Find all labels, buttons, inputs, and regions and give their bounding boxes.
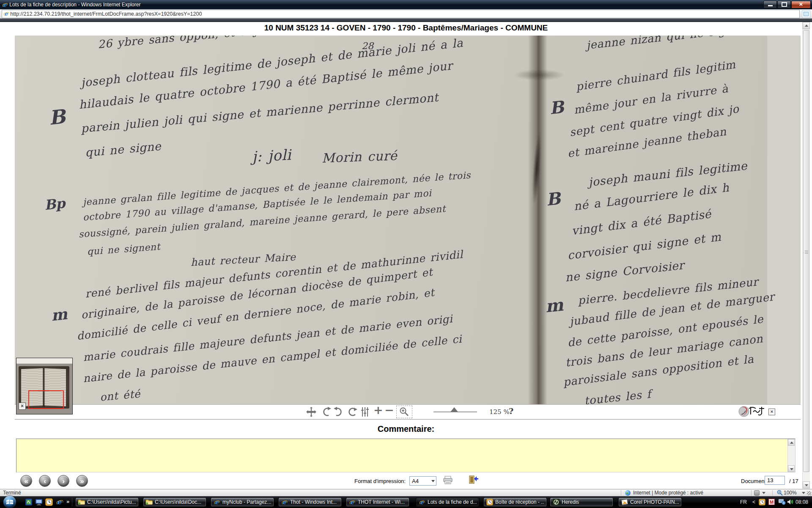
zoom-slider-thumb[interactable] [450, 407, 458, 412]
manuscript-viewer[interactable]: 28 26 ybre sans oppon, et aujourdjoseph … [15, 36, 801, 404]
pan-icon[interactable] [306, 406, 317, 419]
resize-grip[interactable] [807, 491, 811, 495]
minimize-button[interactable] [763, 1, 777, 8]
taskbar-button[interactable]: Boîte de réception - ... [483, 497, 547, 507]
window-title: Lots de la fiche de description - Window… [9, 2, 140, 8]
taskbar-button[interactable]: C:\Users\nilda\Pictu... [75, 497, 139, 507]
taskbar-button[interactable]: emyNclub - Partagez... [211, 497, 274, 507]
scrollbar-thumb[interactable] [803, 30, 809, 472]
quick-launch-desktop-icon[interactable] [35, 498, 43, 506]
taskbar-button-label: myNclub - Partagez... [222, 499, 271, 505]
page-title: 10 NUM 35123 14 - GOVEN - 1790 - 1790 - … [0, 23, 812, 33]
zoom-select-tool-icon[interactable] [396, 406, 412, 418]
rotate-right-icon[interactable] [333, 406, 343, 419]
manuscript-line: qui ne signe [85, 139, 162, 159]
print-format-value: A4 [412, 478, 419, 484]
adjustments-icon[interactable] [361, 407, 369, 419]
comment-label: Commentaire: [0, 424, 812, 434]
page-edge [767, 36, 801, 404]
next-page-button[interactable]: › [58, 475, 69, 487]
quick-launch-calendar-icon[interactable] [45, 498, 53, 506]
taskbar-button[interactable]: Heredis [550, 497, 613, 507]
page-favicon-icon: e [4, 11, 8, 17]
folder-icon [145, 499, 153, 505]
taskbar: e » FR < M 08:08 C:\Users\nilda\Pictu...… [0, 496, 812, 508]
comment-textarea[interactable] [16, 439, 796, 472]
scroll-down-icon[interactable] [788, 465, 795, 472]
quick-launch-ie-icon[interactable]: e [55, 498, 63, 506]
last-page-button[interactable]: » [76, 475, 88, 487]
taskbar-button[interactable]: eTHOT Internet - Wi... [346, 497, 409, 507]
toolbar-close-icon[interactable]: × [768, 409, 775, 415]
manuscript-margin-mark: m [544, 295, 564, 316]
taskbar-button[interactable]: C:\Users\nilda\Doc... [143, 497, 206, 507]
print-format-label: Format d'impression: [354, 478, 406, 484]
taskbar-button-label: Heredis [562, 499, 579, 505]
document-total: / 17 [789, 478, 798, 484]
book-fold [528, 36, 547, 404]
document-number-input[interactable]: 13 [765, 476, 785, 485]
previous-page-button[interactable]: ‹ [39, 475, 51, 487]
thumbnail-close-icon[interactable]: × [19, 403, 26, 410]
tray-volume-icon[interactable] [787, 499, 794, 507]
document-label: Document [741, 478, 766, 484]
rotate-left-icon[interactable] [322, 406, 332, 419]
taskbar-button-label: Boîte de réception - ... [495, 499, 544, 505]
tray-expand-chevron[interactable]: < [752, 499, 755, 505]
taskbar-separator [72, 498, 72, 506]
quick-launch-sidebar-icon[interactable] [25, 498, 33, 506]
taskbar-button[interactable]: Corel PHOTO-PAIN... [618, 497, 682, 507]
chevron-down-icon[interactable] [802, 492, 805, 494]
language-indicator[interactable]: FR [740, 499, 747, 505]
quick-launch-overflow-chevron[interactable]: » [66, 498, 69, 505]
thumbnail-navigator[interactable]: × [16, 358, 73, 414]
zoom-in-icon[interactable]: + [373, 405, 383, 415]
zoom-out-icon[interactable]: − [384, 405, 394, 415]
page-zoom-level: 100% [784, 490, 797, 496]
vertical-scrollbar[interactable] [802, 22, 810, 489]
printer-icon[interactable] [443, 476, 453, 486]
taskbar-button[interactable]: eThot - Windows Int... [278, 497, 342, 507]
taskbar-button-label: C:\Users\nilda\Pictu... [87, 499, 136, 505]
taskbar-button-label: C:\Users\nilda\Doc... [155, 499, 201, 505]
manuscript-margin-mark: B [549, 97, 565, 118]
start-button[interactable] [3, 496, 16, 508]
tray-m-icon[interactable]: M [768, 499, 775, 505]
address-input[interactable]: e http://212.234.70.219/thot_internet/Fr… [2, 10, 800, 18]
scroll-up-icon[interactable] [803, 22, 810, 29]
print-format-select[interactable]: A4 [409, 476, 436, 486]
ie-icon: e [348, 499, 356, 505]
folder-icon [78, 499, 85, 505]
ie-icon: e [281, 499, 288, 505]
manuscript-margin-mark: B [48, 105, 66, 130]
comment-scrollbar[interactable] [787, 439, 795, 472]
zoom-slider[interactable] [433, 411, 477, 412]
help-icon[interactable]: ? [509, 406, 513, 416]
chrome-edge [0, 19, 812, 22]
restore-button[interactable] [777, 1, 791, 8]
scrollbar-grip [805, 251, 808, 254]
rotate-reset-icon[interactable] [347, 406, 357, 419]
scroll-down-icon[interactable] [803, 481, 810, 489]
scroll-up-icon[interactable] [788, 439, 795, 446]
first-page-button[interactable]: « [20, 475, 32, 487]
taskbar-button[interactable]: eLots de la fiche de d... [416, 497, 479, 507]
protected-mode-icon[interactable] [754, 490, 760, 496]
address-bar: e http://212.234.70.219/thot_internet/Fr… [0, 9, 812, 19]
manuscript-line: haut recteur Maire [190, 251, 296, 268]
taskbar-button-label: Thot - Windows Int... [290, 499, 337, 505]
close-button[interactable] [791, 1, 811, 8]
tray-calendar-icon[interactable] [759, 499, 765, 507]
tray-network-icon[interactable] [778, 499, 786, 507]
address-url: http://212.234.70.219/thot_internet/FrmL… [10, 11, 202, 17]
corel-icon [621, 499, 628, 505]
status-separator [772, 490, 773, 496]
ie-icon: e [213, 499, 220, 505]
clock[interactable]: 08:08 [796, 499, 808, 505]
compatibility-view-icon[interactable] [802, 10, 810, 18]
taskbar-button-label: Corel PHOTO-PAIN... [630, 499, 679, 505]
exit-icon[interactable] [469, 475, 479, 486]
thumbnail-view-rectangle[interactable] [28, 390, 64, 409]
heredis-icon [552, 499, 560, 505]
chevron-down-icon[interactable] [762, 492, 765, 494]
